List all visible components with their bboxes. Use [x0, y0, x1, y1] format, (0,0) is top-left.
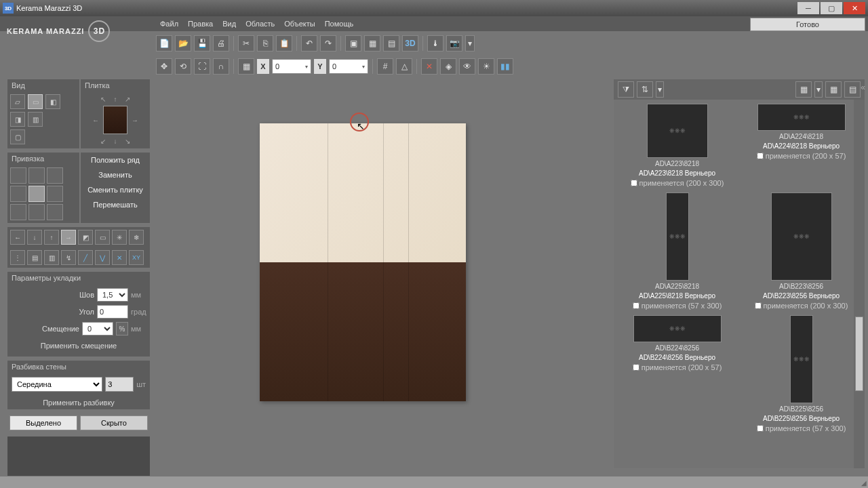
dropdown-button[interactable]: ▾: [465, 35, 475, 52]
anchor-br[interactable]: [47, 204, 63, 220]
grid-icon[interactable]: ▦: [825, 81, 842, 98]
catalog-item[interactable]: ❋❋❋ AD\B224\8256 AD\B224\8256 Верньеро п…: [618, 315, 736, 432]
tile-left-icon[interactable]: ←: [91, 115, 100, 125]
menu-Вид[interactable]: Вид: [222, 20, 236, 28]
selected-button[interactable]: Выделено: [9, 415, 77, 430]
anchor-bc[interactable]: [28, 204, 45, 220]
sort-icon[interactable]: ⇅: [637, 81, 653, 98]
catalog-thumbnail[interactable]: ❋❋❋: [771, 192, 832, 281]
catalog-item[interactable]: ❋❋❋ AD\A223\8218 AD\A223\8218 Верньеро п…: [618, 104, 736, 187]
tool-k[interactable]: ✕: [112, 250, 127, 265]
rotate-button[interactable]: ⟲: [175, 58, 191, 75]
save-button[interactable]: 💾: [194, 35, 210, 52]
scale-button[interactable]: ⛶: [194, 58, 210, 75]
y-input[interactable]: 0: [329, 59, 368, 74]
wall-preview[interactable]: [260, 123, 466, 401]
offset-pct[interactable]: %: [116, 322, 128, 336]
print-button[interactable]: 🖨: [213, 35, 229, 52]
tool-j[interactable]: ⋁: [95, 250, 110, 265]
menu-Помощь[interactable]: Помощь: [325, 20, 354, 28]
camera-button[interactable]: 📷: [446, 35, 462, 52]
view-right-icon[interactable]: ▥: [28, 112, 43, 127]
arr-down[interactable]: ↓: [27, 230, 42, 245]
tri-button[interactable]: △: [396, 58, 412, 75]
split-mode-select[interactable]: Середина: [12, 377, 102, 392]
catalog-check[interactable]: [633, 364, 639, 371]
action-Заменить[interactable]: Заменить: [81, 167, 150, 182]
tool-xy[interactable]: XY: [129, 250, 144, 265]
tool-a[interactable]: ◩: [78, 230, 93, 245]
tile-dn-right-icon[interactable]: ↘: [123, 136, 132, 146]
maximize-button[interactable]: ▢: [821, 2, 842, 14]
anchor-mr[interactable]: [47, 186, 63, 202]
angle-input[interactable]: [97, 305, 128, 319]
hidden-button[interactable]: Скрыто: [80, 415, 148, 430]
minimize-button[interactable]: ─: [797, 2, 819, 14]
catalog-thumbnail[interactable]: ❋❋❋: [647, 104, 708, 158]
anchor-mc[interactable]: [28, 186, 45, 202]
tool-h[interactable]: ↯: [61, 250, 76, 265]
close-button[interactable]: ✕: [844, 2, 865, 14]
tile-dn-left-icon[interactable]: ↙: [98, 136, 108, 146]
calc-button[interactable]: ▤: [383, 35, 399, 52]
view-front-icon[interactable]: ▭: [28, 94, 43, 109]
grid-button[interactable]: ▦: [238, 58, 254, 75]
copy-button[interactable]: ⎘: [257, 35, 273, 52]
move-button[interactable]: ✥: [156, 58, 172, 75]
tool-f[interactable]: ▤: [27, 250, 42, 265]
offset-input[interactable]: 0: [82, 322, 113, 336]
apply-offset-button[interactable]: Применить смещение: [12, 339, 146, 352]
delete-button[interactable]: ✕: [421, 58, 437, 75]
viewmode-icon[interactable]: ▦: [795, 81, 812, 98]
catalog-check[interactable]: [631, 180, 637, 186]
menu-Правка[interactable]: Правка: [188, 20, 213, 28]
tool-c[interactable]: ✳: [112, 230, 127, 245]
tool-e[interactable]: ⋮: [10, 250, 25, 265]
catalog-item[interactable]: ❋❋❋ AD\A225\8218 AD\A225\8218 Верньеро п…: [618, 192, 736, 310]
anchor-tc[interactable]: [28, 167, 45, 184]
resize-grip-icon[interactable]: ◢: [861, 479, 867, 487]
canvas[interactable]: [155, 79, 608, 465]
seam-input[interactable]: 1,5: [97, 288, 128, 302]
view-persp-icon[interactable]: ▱: [10, 94, 25, 109]
filter-icon[interactable]: ⧩: [618, 81, 634, 98]
tile-right-icon[interactable]: →: [130, 115, 140, 125]
tool-i[interactable]: ╱: [78, 250, 93, 265]
arr-left[interactable]: ←: [10, 230, 25, 245]
action-Положить ряд[interactable]: Положить ряд: [81, 152, 150, 167]
anchor-tl[interactable]: [10, 167, 26, 184]
arr-right[interactable]: →: [61, 230, 76, 245]
catalog-check[interactable]: [755, 302, 762, 309]
viewmode-dd[interactable]: ▾: [814, 81, 823, 98]
anchor-bl[interactable]: [10, 204, 26, 220]
view-back-icon[interactable]: ◨: [10, 112, 25, 127]
cut-button[interactable]: ✂: [238, 35, 254, 52]
tile-up-left-icon[interactable]: ↖: [98, 94, 108, 104]
catalog-scrollbar[interactable]: [854, 100, 865, 468]
catalog-item[interactable]: ❋❋❋ AD\B225\8256 AD\B225\8256 Верньеро п…: [742, 315, 861, 432]
catalog-check[interactable]: [757, 425, 764, 432]
tool-d[interactable]: ❄: [129, 230, 144, 245]
split-count-input[interactable]: [105, 377, 134, 392]
open-button[interactable]: 📂: [175, 35, 191, 52]
view-left-icon[interactable]: ◧: [45, 94, 60, 109]
apply-split-button[interactable]: Применить разбивку: [7, 396, 150, 409]
anchor-tr[interactable]: [47, 167, 63, 184]
undo-button[interactable]: ↶: [301, 35, 317, 52]
tool-g[interactable]: ▥: [44, 250, 59, 265]
tile-up-icon[interactable]: ↑: [111, 94, 120, 104]
action-Перемешать[interactable]: Перемешать: [81, 197, 150, 212]
sun-button[interactable]: ☀: [478, 58, 494, 75]
3d-button[interactable]: 3D: [402, 35, 418, 52]
new-button[interactable]: 📄: [156, 35, 172, 52]
menu-Файл[interactable]: Файл: [160, 20, 178, 28]
tool-b[interactable]: ▭: [95, 230, 110, 245]
bars-button[interactable]: ▮▮: [497, 58, 513, 75]
arr-up[interactable]: ↑: [44, 230, 59, 245]
tile-up-right-icon[interactable]: ↗: [123, 94, 132, 104]
redo-button[interactable]: ↷: [320, 35, 336, 52]
paste-button[interactable]: 📋: [276, 35, 292, 52]
catalog-thumbnail[interactable]: ❋❋❋: [790, 315, 813, 403]
tile-down-icon[interactable]: ↓: [111, 136, 120, 146]
catalog-thumbnail[interactable]: ❋❋❋: [633, 315, 722, 342]
